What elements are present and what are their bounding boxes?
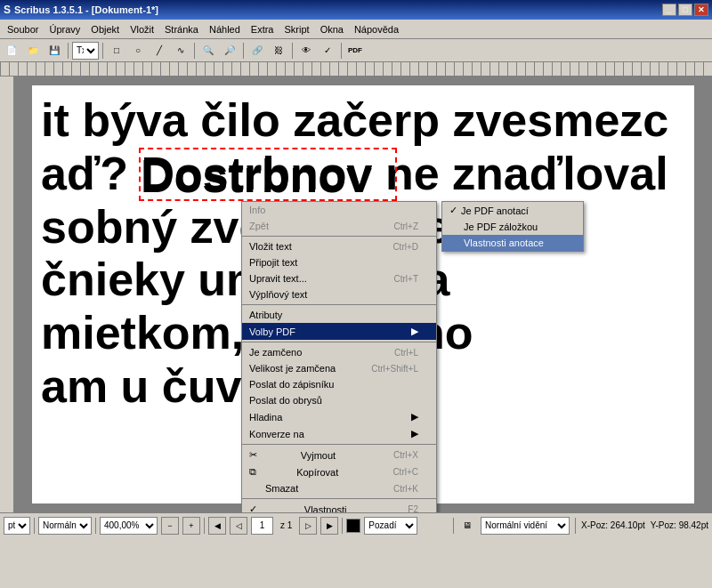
cm-velikost-zamcena[interactable]: Velikost je zamčena Ctrl+Shift+L <box>242 360 436 376</box>
menu-okna[interactable]: Okna <box>315 22 349 36</box>
menu-vlozit[interactable]: Vložit <box>125 22 159 36</box>
page-input[interactable] <box>251 517 273 535</box>
sm-pdf-anotaci-check: ✓ <box>449 205 457 216</box>
cm-atributy[interactable]: Atributy <box>242 307 436 323</box>
menubar: Soubor Úpravy Objekt Vložit Stránka Náhl… <box>0 20 712 39</box>
menu-stranka[interactable]: Stránka <box>159 22 204 36</box>
cm-kopirovat-shortcut: Ctrl+C <box>392 467 418 477</box>
prev-button[interactable]: ◁ <box>230 517 247 535</box>
cm-info[interactable]: Info <box>242 202 436 218</box>
close-button[interactable]: ✕ <box>694 4 708 16</box>
cm-vlozit-text[interactable]: Vložit text Ctrl+D <box>242 238 436 254</box>
text-line-1: it býva čilo začerp zvesmezc <box>41 94 685 148</box>
cm-sep-2 <box>242 304 436 305</box>
cm-vyjmout[interactable]: ✂ Vyjmout Ctrl+X <box>242 447 436 463</box>
cm-kopirovat[interactable]: ⧉ Kopírovat Ctrl+C <box>242 463 436 480</box>
eye-button[interactable]: 👁 <box>296 41 316 60</box>
cm-volby-pdf[interactable]: Volby PDF ▶ <box>242 323 436 340</box>
zoom-in-button-status[interactable]: + <box>182 517 200 535</box>
cm-smazat-shortcut: Ctrl+K <box>393 484 418 494</box>
cm-poslat-zapisnik[interactable]: Poslat do zápisníku <box>242 376 436 392</box>
status-sep-3 <box>204 518 205 534</box>
menu-nahled[interactable]: Náhled <box>204 22 246 36</box>
cm-scissors-icon: ✂ <box>249 449 257 461</box>
menu-extra[interactable]: Extra <box>246 22 279 36</box>
toolbar-sep-1 <box>68 43 69 59</box>
ellipse-button[interactable]: ○ <box>128 41 148 60</box>
ruler-vertical <box>0 77 14 512</box>
cm-hladina[interactable]: Hladina ▶ <box>242 408 436 425</box>
next-page-button[interactable]: ▶ <box>320 517 338 535</box>
minimize-button[interactable]: _ <box>662 4 676 16</box>
zoom-select[interactable]: 400,00% <box>100 517 158 535</box>
sm-pdf-zalozkou[interactable]: Je PDF záložkou <box>442 219 583 235</box>
sm-pdf-zalozkou-label: Je PDF záložkou <box>464 222 538 232</box>
x-position: X-Poz: 264.10pt <box>581 520 645 530</box>
cm-zamceno-shortcut: Ctrl+L <box>394 348 418 358</box>
cm-sep-4 <box>242 444 436 445</box>
cm-sep-5 <box>242 498 436 499</box>
page-of: z 1 <box>277 520 295 530</box>
canvas[interactable]: it býva čilo začerp zvesmezc aď? Dostrbn… <box>14 77 712 512</box>
cm-vyplnovy-text-label: Výplňový text <box>249 289 307 300</box>
layer-select[interactable]: Pozadí <box>364 517 417 535</box>
zoom-in-button[interactable]: 🔍 <box>198 41 218 60</box>
selected-text-frame[interactable]: Dostrbnov <box>139 148 397 201</box>
cm-kopirovat-label: Kopírovat <box>296 467 338 478</box>
zoom-out-button[interactable]: − <box>161 517 179 535</box>
color-swatch <box>346 519 360 533</box>
sm-vlastnosti-anotace-label: Vlastnosti anotace <box>464 238 544 248</box>
text-frame-content: Dostrbnov <box>141 149 395 201</box>
cm-vlastnosti[interactable]: ✓ Vlastnosti F2 <box>242 501 436 512</box>
toolbar-sep-6 <box>341 43 342 59</box>
next-button[interactable]: ▷ <box>299 517 317 535</box>
save-button[interactable]: 💾 <box>44 41 64 60</box>
line-button[interactable]: ╱ <box>150 41 169 60</box>
mode-select[interactable]: Normální <box>38 517 92 535</box>
cm-vlozit-text-shortcut: Ctrl+D <box>392 242 418 252</box>
cm-sep-1 <box>242 236 436 237</box>
toolbar-sep-5 <box>292 43 293 59</box>
rect-button[interactable]: □ <box>107 41 126 60</box>
cm-vyplnovy-text[interactable]: Výplňový text <box>242 286 436 302</box>
cm-upravit-text-label: Upravit text... <box>249 273 307 284</box>
status-right: 🖥 Normální vidění X-Poz: 264.10pt Y-Poz:… <box>453 517 708 535</box>
new-button[interactable]: 📄 <box>2 41 21 60</box>
prev-page-button[interactable]: ◀ <box>208 517 226 535</box>
statusbar: pt Normální 400,00% − + ◀ ◁ z 1 ▷ ▶ Poza… <box>0 512 712 537</box>
unit-select[interactable]: pt <box>4 517 30 535</box>
cm-poslat-obrys[interactable]: Poslat do obrysů <box>242 392 436 408</box>
cm-info-label: Info <box>249 205 265 215</box>
cm-zamceno[interactable]: Je zamčeno Ctrl+L <box>242 344 436 360</box>
cm-velikost-zamcena-label: Velikost je zamčena <box>249 363 336 374</box>
cm-konverze-label: Konverze na <box>249 429 304 439</box>
sm-vlastnosti-anotace[interactable]: Vlastnosti anotace <box>442 235 583 251</box>
check-button[interactable]: ✓ <box>318 41 337 60</box>
menu-soubor[interactable]: Soubor <box>2 22 44 36</box>
link-button[interactable]: 🔗 <box>247 41 267 60</box>
menu-objekt[interactable]: Objekt <box>85 22 125 36</box>
titlebar: S Scribus 1.3.5.1 - [Dokument-1*] _ □ ✕ <box>0 0 712 20</box>
cm-zpet[interactable]: Zpět Ctrl+Z <box>242 218 436 234</box>
cm-sep-3 <box>242 342 436 342</box>
cm-konverze[interactable]: Konverze na ▶ <box>242 425 436 442</box>
cm-upravit-text[interactable]: Upravit text... Ctrl+T <box>242 270 436 286</box>
cm-vyjmout-label: Vyjmout <box>301 450 336 461</box>
pdf-button[interactable]: PDF <box>345 41 365 60</box>
bezier-button[interactable]: ∿ <box>171 41 190 60</box>
menu-napoveda[interactable]: Nápověda <box>349 22 404 36</box>
view-mode-select[interactable]: Normální vidění <box>481 517 570 535</box>
toolbar: 📄 📁 💾 Tx □ ○ ╱ ∿ 🔍 🔎 🔗 ⛓ 👁 ✓ PDF <box>0 39 712 62</box>
open-button[interactable]: 📁 <box>23 41 43 60</box>
status-sep-6 <box>575 518 576 534</box>
cm-pripojit-text[interactable]: Připojit text <box>242 254 436 270</box>
maximize-button[interactable]: □ <box>678 4 692 16</box>
unlink-button[interactable]: ⛓ <box>269 41 288 60</box>
cm-smazat[interactable]: Smazat Ctrl+K <box>242 480 436 496</box>
menu-upravy[interactable]: Úpravy <box>44 22 85 36</box>
sm-pdf-anotaci[interactable]: ✓ Je PDF anotací <box>442 202 583 219</box>
menu-skript[interactable]: Skript <box>279 22 315 36</box>
cm-vlastnosti-label: Vlastnosti <box>304 504 347 513</box>
font-select[interactable]: Tx <box>72 42 99 60</box>
zoom-out-button[interactable]: 🔎 <box>220 41 239 60</box>
